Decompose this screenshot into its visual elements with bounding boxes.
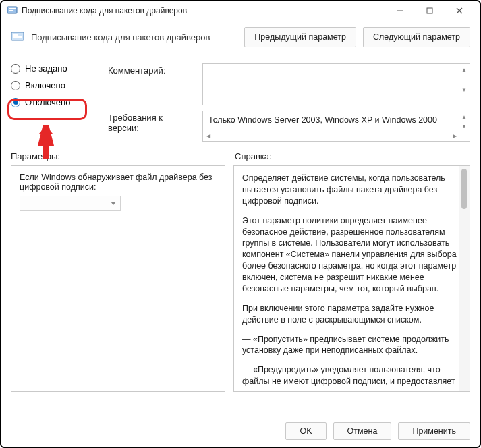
state-radio-group: Не задано Включено Отключено: [11, 63, 98, 142]
policy-icon: [11, 30, 24, 44]
svg-rect-2: [9, 10, 13, 11]
dialog-footer: OK Отмена Применить: [285, 422, 470, 440]
apply-button[interactable]: Применить: [398, 422, 470, 440]
scroll-up-icon[interactable]: ▲: [460, 65, 468, 74]
scrollbar-vertical[interactable]: ▲ ▼: [460, 65, 468, 94]
minimize-button[interactable]: [385, 2, 415, 20]
svg-rect-4: [427, 8, 432, 13]
comment-textarea[interactable]: ▲ ▼: [202, 63, 470, 105]
app-icon: [7, 5, 18, 16]
svg-rect-1: [9, 8, 16, 9]
scroll-down-icon[interactable]: ▼: [460, 122, 468, 130]
options-text: Если Windows обнаруживает файл драйвера …: [20, 173, 217, 192]
scroll-down-icon[interactable]: ▼: [460, 86, 468, 94]
svg-marker-12: [39, 125, 53, 134]
radio-label: Включено: [25, 80, 65, 90]
previous-setting-button[interactable]: Предыдущий параметр: [244, 27, 356, 47]
scrollbar-vertical[interactable]: [459, 166, 470, 391]
scroll-up-icon[interactable]: ▲: [460, 113, 468, 121]
close-button[interactable]: [445, 2, 474, 20]
help-paragraph: При включении этого параметра задайте ну…: [242, 303, 461, 326]
help-paragraph: — «Предупредить» уведомляет пользователя…: [242, 364, 461, 392]
cancel-button[interactable]: Отмена: [333, 422, 392, 440]
svg-rect-8: [13, 34, 18, 36]
maximize-button[interactable]: [415, 2, 445, 20]
svg-rect-9: [13, 36, 22, 38]
supported-on-label: Требования к версии:: [108, 111, 196, 133]
radio-label: Отключено: [25, 97, 70, 107]
window-buttons: [385, 2, 474, 20]
radio-icon: [11, 98, 20, 107]
header: Подписывание кода для пакетов драйверов …: [1, 20, 480, 54]
scrollbar-thumb[interactable]: [461, 169, 467, 209]
help-paragraph: — «Пропустить» предписывает системе прод…: [242, 334, 461, 357]
signing-action-dropdown[interactable]: [20, 196, 121, 211]
nav-buttons: Предыдущий параметр Следующий параметр: [244, 27, 470, 47]
scrollbar-vertical[interactable]: ▲ ▼: [460, 113, 468, 130]
radio-not-configured[interactable]: Не задано: [11, 63, 98, 74]
options-panel: Если Windows обнаруживает файл драйвера …: [11, 165, 225, 392]
radio-disabled[interactable]: Отключено: [11, 97, 98, 107]
radio-label: Не задано: [25, 63, 67, 74]
help-paragraph: Определяет действие системы, когда польз…: [242, 173, 461, 207]
comment-label: Комментарий:: [108, 63, 196, 76]
page-title: Подписывание кода для пакетов драйверов: [31, 32, 237, 43]
titlebar: Подписывание кода для пакетов драйверов: [1, 1, 480, 20]
scroll-left-icon[interactable]: ◀: [204, 132, 213, 140]
scroll-right-icon[interactable]: ▶: [451, 132, 459, 140]
radio-enabled[interactable]: Включено: [11, 80, 98, 90]
radio-icon: [11, 64, 20, 74]
supported-on-field: Только Windows Server 2003, Windows XP и…: [202, 111, 470, 142]
window-title: Подписывание кода для пакетов драйверов: [22, 6, 385, 16]
scrollbar-horizontal[interactable]: ◀ ▶: [204, 132, 459, 140]
ok-button[interactable]: OK: [285, 422, 326, 440]
supported-on-text: Только Windows Server 2003, Windows XP и…: [208, 115, 437, 125]
help-panel: Определяет действие системы, когда польз…: [233, 165, 470, 392]
next-setting-button[interactable]: Следующий параметр: [363, 27, 470, 47]
options-label: Параметры:: [11, 151, 227, 161]
radio-icon: [11, 81, 20, 90]
content: Не задано Включено Отключено Комментарий…: [1, 63, 480, 392]
help-label: Справка:: [235, 151, 468, 161]
help-paragraph: Этот параметр политики определяет наимен…: [242, 215, 461, 295]
